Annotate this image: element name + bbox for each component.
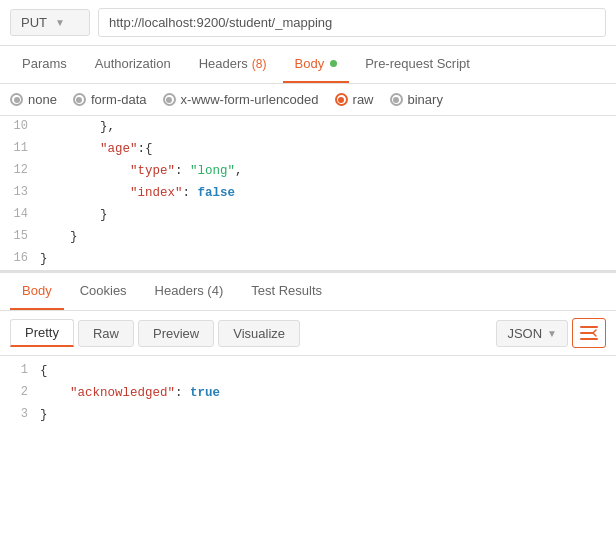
radio-form-data-circle <box>73 93 86 106</box>
req-line-16: 16 } <box>0 248 616 270</box>
body-active-dot <box>330 60 337 67</box>
pretty-button[interactable]: Pretty <box>10 319 74 347</box>
method-chevron-icon: ▼ <box>55 17 65 28</box>
radio-x-www-circle <box>163 93 176 106</box>
format-chevron-icon: ▼ <box>547 328 557 339</box>
method-label: PUT <box>21 15 47 30</box>
radio-form-data[interactable]: form-data <box>73 92 147 107</box>
response-section: Body Cookies Headers (4) Test Results Pr… <box>0 273 616 430</box>
resp-line-2: 2 "acknowledged": true <box>0 382 616 404</box>
radio-raw[interactable]: raw <box>335 92 374 107</box>
radio-x-www[interactable]: x-www-form-urlencoded <box>163 92 319 107</box>
url-bar: PUT ▼ <box>0 0 616 46</box>
req-line-12: 12 "type": "long", <box>0 160 616 182</box>
response-code-area[interactable]: 1 { 2 "acknowledged": true 3 } <box>0 356 616 430</box>
radio-none[interactable]: none <box>10 92 57 107</box>
radio-none-circle <box>10 93 23 106</box>
response-tab-cookies[interactable]: Cookies <box>68 273 139 310</box>
svg-rect-0 <box>580 326 598 328</box>
tab-prerequest[interactable]: Pre-request Script <box>353 46 482 83</box>
svg-rect-2 <box>580 338 598 340</box>
tab-body[interactable]: Body <box>283 46 350 83</box>
resp-line-1: 1 { <box>0 360 616 382</box>
resp-line-3: 3 } <box>0 404 616 426</box>
req-line-14: 14 } <box>0 204 616 226</box>
request-tabs: Params Authorization Headers(8) Body Pre… <box>0 46 616 84</box>
req-line-15: 15 } <box>0 226 616 248</box>
preview-button[interactable]: Preview <box>138 320 214 347</box>
tab-authorization[interactable]: Authorization <box>83 46 183 83</box>
body-type-radio-group: none form-data x-www-form-urlencoded raw… <box>0 84 616 116</box>
method-dropdown[interactable]: PUT ▼ <box>10 9 90 36</box>
radio-binary[interactable]: binary <box>390 92 443 107</box>
req-line-10: 10 }, <box>0 116 616 138</box>
response-tab-headers[interactable]: Headers (4) <box>143 273 236 310</box>
url-input[interactable] <box>98 8 606 37</box>
radio-binary-circle <box>390 93 403 106</box>
raw-button[interactable]: Raw <box>78 320 134 347</box>
wrap-icon[interactable] <box>572 318 606 348</box>
format-label: JSON <box>507 326 542 341</box>
response-tabs: Body Cookies Headers (4) Test Results <box>0 273 616 311</box>
visualize-button[interactable]: Visualize <box>218 320 300 347</box>
format-dropdown[interactable]: JSON ▼ <box>496 320 568 347</box>
response-tab-body[interactable]: Body <box>10 273 64 310</box>
request-code-editor[interactable]: 10 }, 11 "age":{ 12 "type": "long", 13 "… <box>0 116 616 273</box>
response-tab-testresults[interactable]: Test Results <box>239 273 334 310</box>
req-line-13: 13 "index": false <box>0 182 616 204</box>
response-toolbar: Pretty Raw Preview Visualize JSON ▼ <box>0 311 616 356</box>
radio-raw-circle <box>335 93 348 106</box>
req-line-11: 11 "age":{ <box>0 138 616 160</box>
tab-params[interactable]: Params <box>10 46 79 83</box>
tab-headers[interactable]: Headers(8) <box>187 46 279 83</box>
svg-rect-1 <box>580 332 594 334</box>
